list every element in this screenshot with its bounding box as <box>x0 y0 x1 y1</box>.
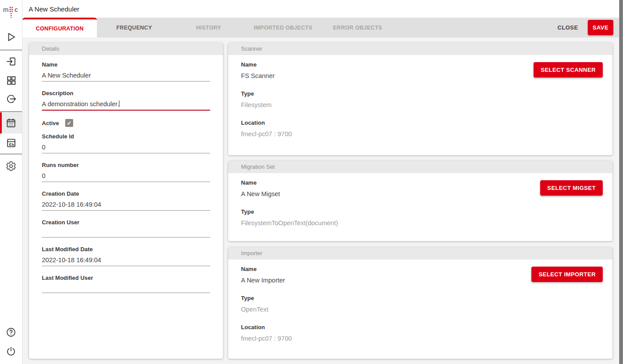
importer-type-value: OpenText <box>241 306 600 313</box>
description-input[interactable]: A demonstration scheduler. <box>42 100 210 111</box>
field-label: Type <box>241 90 600 97</box>
scanner-type-value: Filesystem <box>241 101 600 109</box>
sidebar-divider <box>0 111 22 112</box>
field-label: Description <box>42 90 210 97</box>
logo-icon: m c <box>1 3 21 20</box>
creation-user-field: Creation User <box>42 219 210 238</box>
runs-number-input[interactable]: 0 <box>42 172 210 182</box>
field-label: Creation User <box>42 219 210 226</box>
sidebar-divider <box>0 50 22 50</box>
tab-frequency[interactable]: FREQUENCY <box>97 18 171 37</box>
migration-set-card-header: Migration Set <box>228 161 612 173</box>
tab-bar: CONFIGURATION FREQUENCY HISTORY IMPORTED… <box>22 18 619 37</box>
sidebar-item-run[interactable] <box>0 26 22 48</box>
runs-number-field: Runs number 0 <box>42 162 210 182</box>
migration-set-card: Migration Set SELECT MIGSET Name A New M… <box>228 161 612 241</box>
field-label: Location <box>241 119 600 126</box>
tab-history[interactable]: HISTORY <box>171 18 246 37</box>
tab-configuration[interactable]: CONFIGURATION <box>22 18 97 37</box>
top-bar: A New Scheduler <box>22 0 619 18</box>
importer-card-header: Importer <box>228 247 612 260</box>
sidebar-item-power[interactable] <box>0 341 22 362</box>
field-label: Name <box>42 61 210 68</box>
scanner-type-field: Type Filesystem <box>241 90 600 109</box>
field-label: Location <box>241 324 600 331</box>
field-label: Type <box>241 295 600 301</box>
importer-card: Importer SELECT IMPORTER Name A New Impo… <box>228 247 612 359</box>
text-caret <box>119 100 119 107</box>
field-label: Schedule Id <box>42 133 210 140</box>
content-area: Details Name A New Scheduler Description… <box>22 37 619 364</box>
migset-type-value: FilesystemToOpenText(document) <box>241 219 600 227</box>
field-label: Type <box>241 208 600 215</box>
sidebar-item-importers[interactable] <box>0 88 22 109</box>
scanner-card: Scanner SELECT SCANNER Name FS Scanner T… <box>228 43 612 155</box>
last-modified-date-input[interactable]: 2022-10-18 16:49:04 <box>42 256 210 266</box>
tab-error-objects[interactable]: ERROR OBJECTS <box>320 18 395 37</box>
scanner-card-header: Scanner <box>228 43 612 55</box>
creation-user-input[interactable] <box>42 230 210 238</box>
description-field: Description A demonstration scheduler. <box>42 90 210 111</box>
play-icon <box>5 31 17 43</box>
calendar-icon <box>5 117 17 129</box>
sidebar-item-scanners[interactable] <box>0 51 22 72</box>
migset-type-field: Type FilesystemToOpenText(document) <box>241 208 600 227</box>
app-logo: m c <box>1 3 21 20</box>
select-migset-button[interactable]: SELECT MIGSET <box>540 180 603 196</box>
sidebar-item-reports[interactable] <box>0 132 22 153</box>
app-window: m c <box>0 0 623 364</box>
sidebar-item-settings[interactable] <box>0 156 22 177</box>
last-modified-date-field: Last Modified Date 2022-10-18 16:49:04 <box>42 246 210 266</box>
field-label: Runs number <box>42 162 210 168</box>
logo-letter-c: c <box>15 6 18 13</box>
sidebar-divider <box>0 154 22 154</box>
report-icon <box>6 137 17 149</box>
sidebar-item-help[interactable] <box>0 322 22 343</box>
last-modified-user-field: Last Modified User <box>42 275 210 293</box>
scrollbar-thumb[interactable] <box>619 0 623 364</box>
tab-imported-objects[interactable]: IMPORTED OBJECTS <box>246 18 320 37</box>
scrollbar[interactable] <box>619 0 623 364</box>
details-card: Details Name A New Scheduler Description… <box>29 43 223 359</box>
select-scanner-button[interactable]: SELECT SCANNER <box>534 62 603 78</box>
logout-icon <box>6 93 17 104</box>
importer-type-field: Type OpenText <box>241 295 600 313</box>
importer-location-field: Location fmecl-pc07 : 9700 <box>241 324 600 342</box>
creation-date-input[interactable]: 2022-10-18 16:49:04 <box>42 201 210 211</box>
name-field: Name A New Scheduler <box>42 61 210 82</box>
last-modified-user-input[interactable] <box>42 285 210 293</box>
close-button[interactable]: CLOSE <box>557 24 578 31</box>
schedule-id-field: Schedule Id 0 <box>42 133 210 153</box>
sidebar: m c <box>0 0 22 364</box>
apps-grid-icon <box>6 75 17 86</box>
page-title: A New Scheduler <box>29 5 79 13</box>
select-importer-button[interactable]: SELECT IMPORTER <box>531 267 603 282</box>
field-label: Last Modified Date <box>42 246 210 253</box>
tab-spacer <box>395 18 557 37</box>
scanner-location-value: fmecl-pc07 : 9700 <box>241 130 600 138</box>
power-icon <box>6 346 16 357</box>
field-label: Active <box>42 120 59 126</box>
field-label: Creation Date <box>42 190 210 197</box>
details-card-header: Details <box>29 43 223 55</box>
schedule-id-input[interactable]: 0 <box>42 144 210 153</box>
gear-icon <box>6 161 16 171</box>
login-icon <box>6 56 17 67</box>
creation-date-field: Creation Date 2022-10-18 16:49:04 <box>42 190 210 211</box>
sidebar-item-schedulers[interactable] <box>0 112 22 134</box>
active-checkbox[interactable] <box>65 119 73 127</box>
importer-location-value: fmecl-pc07 : 9700 <box>241 335 600 342</box>
save-button[interactable]: SAVE <box>588 20 613 35</box>
active-field: Active <box>42 119 210 127</box>
field-label: Last Modified User <box>42 275 210 281</box>
help-icon <box>6 327 16 338</box>
scanner-location-field: Location fmecl-pc07 : 9700 <box>241 119 600 138</box>
logo-letter-m: m <box>3 6 9 13</box>
sidebar-item-migsets[interactable] <box>0 70 22 91</box>
name-input[interactable]: A New Scheduler <box>42 72 210 82</box>
